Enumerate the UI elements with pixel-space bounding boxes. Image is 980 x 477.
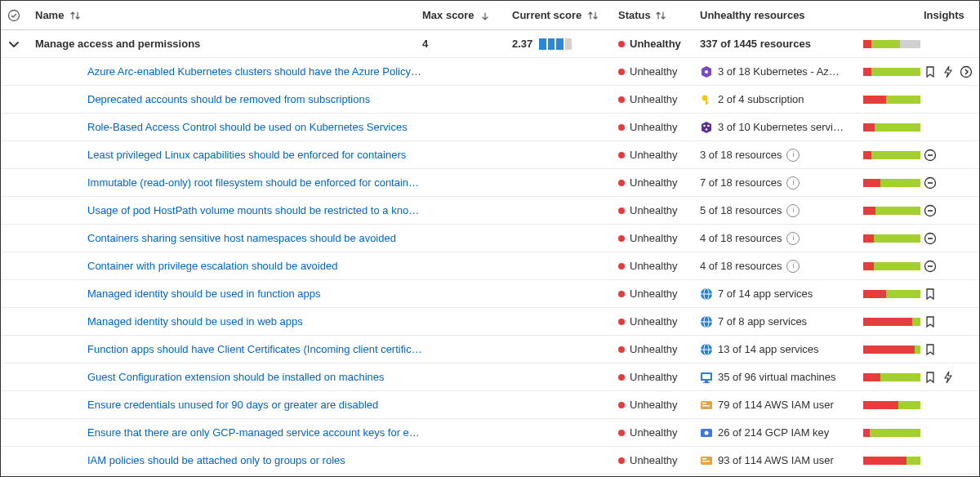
- unhealthy-text: 13 of 14 app services: [718, 343, 819, 355]
- minus-icon[interactable]: [924, 232, 937, 245]
- status-dot-icon: [618, 263, 625, 270]
- recommendation-link[interactable]: Least privileged Linux capabilities shou…: [87, 149, 406, 161]
- globe-icon: [700, 288, 713, 301]
- recommendation-link[interactable]: Guest Configuration extension should be …: [87, 371, 385, 383]
- table-row[interactable]: Ensure that there are only GCP-managed s…: [1, 419, 979, 447]
- header-max-score[interactable]: Max score: [422, 9, 512, 21]
- recommendation-link[interactable]: Azure Arc-enabled Kubernetes clusters sh…: [87, 65, 422, 78]
- table-row[interactable]: IAM policies should be attached only to …: [1, 447, 979, 475]
- unhealthy-text: 93 of 114 AWS IAM user: [718, 454, 834, 466]
- unhealthy-text: 4 of 18 resources: [700, 232, 782, 244]
- info-icon[interactable]: i: [786, 232, 800, 245]
- table-row[interactable]: Usage of pod HostPath volume mounts shou…: [1, 197, 979, 225]
- table-row[interactable]: Immutable (read-only) root filesystem sh…: [1, 169, 979, 197]
- table-row[interactable]: Containers sharing sensitive host namesp…: [1, 225, 979, 252]
- resource-bar: [863, 429, 920, 437]
- header-status-label: Status: [618, 9, 651, 21]
- status-dot-icon: [618, 457, 625, 464]
- unhealthy-text: 3 of 18 resources: [700, 149, 782, 161]
- recommendation-link[interactable]: Deprecated accounts should be removed fr…: [87, 93, 370, 105]
- info-icon[interactable]: i: [786, 176, 800, 189]
- bookmark-icon[interactable]: [924, 288, 937, 301]
- recommendation-link[interactable]: Immutable (read-only) root filesystem sh…: [87, 176, 422, 189]
- table-row[interactable]: Least privileged Linux capabilities shou…: [1, 141, 979, 169]
- group-row[interactable]: Manage access and permissions 4 2.37 Unh…: [1, 30, 979, 58]
- status-dot-icon: [618, 180, 625, 186]
- status-dot-icon: [618, 124, 625, 131]
- minus-icon[interactable]: [924, 176, 937, 189]
- table-row[interactable]: Managed identity should be used in funct…: [1, 280, 979, 308]
- info-icon[interactable]: i: [786, 204, 800, 217]
- sort-down-icon: [480, 11, 490, 21]
- unhealthy-text: 79 of 114 AWS IAM user: [718, 399, 834, 411]
- group-curr: 2.37: [512, 38, 532, 50]
- info-icon[interactable]: i: [786, 260, 800, 273]
- unhealthy-text: 4 of 18 resources: [700, 260, 782, 272]
- recommendation-link[interactable]: Function apps should have Client Certifi…: [87, 343, 422, 355]
- table-row[interactable]: Guest Configuration extension should be …: [1, 363, 979, 391]
- status-dot-icon: [618, 430, 625, 436]
- kube-cluster-icon: [700, 121, 713, 134]
- status-dot-icon: [618, 207, 625, 214]
- status-text: Unhealthy: [630, 93, 678, 105]
- resource-bar: [863, 290, 920, 298]
- status-dot-icon: [618, 319, 625, 325]
- minus-icon[interactable]: [924, 204, 937, 217]
- status-text: Unhealthy: [630, 176, 678, 189]
- bookmark-icon[interactable]: [924, 371, 937, 384]
- resource-bar: [863, 457, 920, 465]
- table-row[interactable]: Azure Arc-enabled Kubernetes clusters sh…: [1, 58, 979, 86]
- header-current-score[interactable]: Current score: [512, 9, 618, 21]
- resource-bar: [863, 373, 920, 381]
- select-all[interactable]: [7, 9, 35, 22]
- sort-icon: [70, 11, 80, 20]
- table-row[interactable]: Role-Based Access Control should be used…: [1, 114, 979, 141]
- unhealthy-text: 7 of 14 app services: [718, 288, 813, 300]
- status-text: Unhealthy: [630, 260, 678, 272]
- recommendation-link[interactable]: Managed identity should be used in web a…: [87, 315, 303, 328]
- recommendation-link[interactable]: Containers sharing sensitive host namesp…: [87, 232, 396, 244]
- status-text: Unhealthy: [630, 426, 678, 439]
- status-text: Unhealthy: [630, 65, 678, 78]
- flash-icon[interactable]: [942, 65, 955, 78]
- recommendation-link[interactable]: Managed identity should be used in funct…: [87, 288, 320, 300]
- info-icon[interactable]: i: [786, 149, 800, 162]
- table-row[interactable]: Container with privilege escalation shou…: [1, 252, 979, 280]
- recommendation-link[interactable]: Usage of pod HostPath volume mounts shou…: [87, 204, 422, 216]
- bookmark-icon[interactable]: [924, 343, 937, 356]
- table-row[interactable]: Managed identity should be used in web a…: [1, 308, 979, 336]
- status-text: Unhealthy: [630, 288, 678, 300]
- status-dot-icon: [618, 235, 625, 242]
- status-text: Unhealthy: [630, 343, 678, 355]
- header-insights: Insights: [924, 9, 968, 21]
- header-name-label: Name: [35, 9, 64, 21]
- recommendation-link[interactable]: Role-Based Access Control should be used…: [87, 121, 408, 133]
- header-status[interactable]: Status: [618, 9, 700, 21]
- status-dot-icon: [618, 291, 625, 297]
- header-insights-label: Insights: [924, 9, 964, 21]
- table-row[interactable]: Deprecated accounts should be removed fr…: [1, 86, 979, 114]
- recommendation-link[interactable]: Ensure that there are only GCP-managed s…: [87, 426, 422, 439]
- vm-icon: [700, 371, 713, 384]
- minus-icon[interactable]: [924, 149, 937, 162]
- recommendation-link[interactable]: Container with privilege escalation shou…: [87, 260, 337, 272]
- header-curr-label: Current score: [512, 9, 581, 21]
- recommendation-link[interactable]: Ensure credentials unused for 90 days or…: [87, 399, 378, 411]
- sort-icon: [656, 11, 666, 20]
- status-text: Unhealthy: [630, 204, 678, 216]
- unhealthy-text: 7 of 8 app services: [718, 315, 807, 328]
- unhealthy-text: 26 of 214 GCP IAM key: [718, 426, 829, 439]
- resource-bar: [863, 179, 920, 187]
- flash-icon[interactable]: [942, 371, 955, 384]
- minus-icon[interactable]: [924, 260, 937, 273]
- table-row[interactable]: Ensure credentials unused for 90 days or…: [1, 391, 979, 419]
- bookmark-icon[interactable]: [924, 315, 937, 328]
- header-unhealthy[interactable]: Unhealthy resources: [700, 9, 924, 21]
- status-text: Unhealthy: [630, 315, 678, 328]
- open-icon[interactable]: [960, 65, 973, 78]
- group-max: 4: [422, 38, 512, 50]
- header-name[interactable]: Name: [35, 9, 422, 21]
- table-row[interactable]: Function apps should have Client Certifi…: [1, 336, 979, 363]
- bookmark-icon[interactable]: [924, 65, 937, 78]
- recommendation-link[interactable]: IAM policies should be attached only to …: [87, 454, 345, 466]
